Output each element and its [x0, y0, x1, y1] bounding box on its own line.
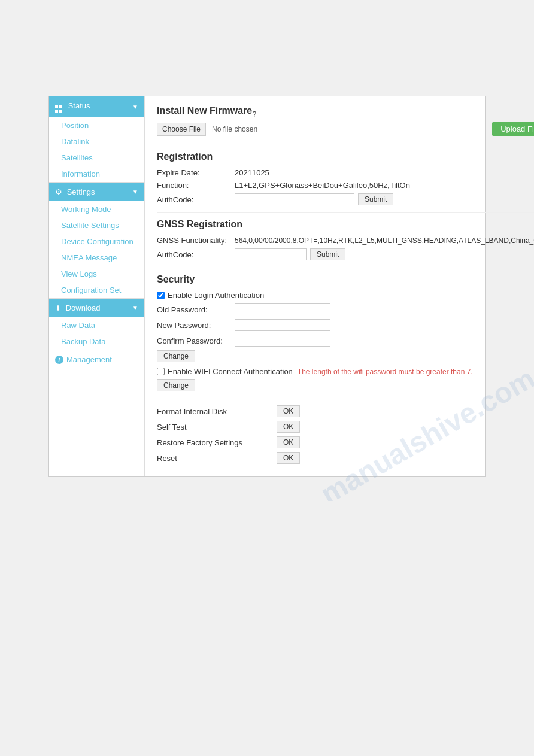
- divider-4: [157, 399, 534, 399]
- reset-button[interactable]: OK: [277, 452, 300, 464]
- gnss-functionality-label: GNSS Functionality:: [157, 236, 235, 245]
- confirm-password-label: Confirm Password:: [157, 336, 235, 345]
- new-password-label: New Password:: [157, 321, 235, 330]
- maintenance-section: Format Internal Disk OK Self Test OK Res…: [157, 405, 534, 464]
- format-disk-button[interactable]: OK: [277, 405, 300, 417]
- enable-login-row: Enable Login Authentication: [157, 291, 534, 300]
- self-test-button[interactable]: OK: [277, 421, 300, 433]
- sidebar-section-settings: ⚙ Settings ▼ Working Mode Satellite Sett…: [49, 183, 144, 299]
- sidebar-header-download[interactable]: ⬇ Download ▼: [49, 299, 144, 317]
- gnss-registration-section: GNSS Registration GNSS Functionality: 56…: [157, 219, 534, 260]
- confirm-password-input[interactable]: [235, 335, 330, 347]
- sidebar-item-device-configuration[interactable]: Device Configuration: [49, 233, 144, 250]
- download-chevron: ▼: [132, 305, 138, 311]
- function-row: Function: L1+L2,GPS+Glonass+BeiDou+Galil…: [157, 181, 534, 190]
- settings-label: Settings: [67, 187, 95, 196]
- divider-3: [157, 268, 534, 268]
- reset-row: Reset OK: [157, 452, 534, 464]
- download-icon: ⬇: [55, 304, 61, 312]
- self-test-row: Self Test OK: [157, 421, 534, 433]
- function-label: Function:: [157, 181, 235, 190]
- sidebar-item-satellites[interactable]: Satellites: [49, 150, 144, 166]
- status-label: Status: [68, 101, 90, 110]
- sidebar-item-datalink[interactable]: Datalink: [49, 133, 144, 150]
- function-value: L1+L2,GPS+Glonass+BeiDou+Galileo,50Hz,Ti…: [235, 181, 410, 190]
- security-title: Security: [157, 274, 534, 285]
- registration-section: Registration Expire Date: 20211025 Funct…: [157, 151, 534, 205]
- registration-submit-button[interactable]: Submit: [358, 193, 393, 205]
- divider-2: [157, 212, 534, 213]
- self-test-label: Self Test: [157, 423, 277, 432]
- sidebar-item-configuration-set[interactable]: Configuration Set: [49, 282, 144, 298]
- divider-1: [157, 145, 534, 145]
- format-disk-label: Format Internal Disk: [157, 407, 277, 416]
- restore-factory-row: Restore Factory Settings OK: [157, 436, 534, 448]
- wifi-change-button[interactable]: Change: [157, 379, 195, 391]
- security-section: Security Enable Login Authentication Old…: [157, 274, 534, 391]
- old-password-row: Old Password:: [157, 303, 534, 315]
- sidebar-item-raw-data[interactable]: Raw Data: [49, 317, 144, 333]
- gnss-registration-title: GNSS Registration: [157, 219, 534, 230]
- gnss-authcode-label: AuthCode:: [157, 250, 235, 259]
- format-disk-row: Format Internal Disk OK: [157, 405, 534, 417]
- restore-factory-button[interactable]: OK: [277, 436, 300, 448]
- gnss-authcode-row: AuthCode: Submit: [157, 248, 534, 260]
- enable-login-label: Enable Login Authentication: [168, 291, 264, 300]
- old-password-input[interactable]: [235, 303, 330, 315]
- sidebar: Status ▼ Position Datalink Satellites In…: [49, 96, 145, 476]
- sidebar-header-settings[interactable]: ⚙ Settings ▼: [49, 183, 144, 201]
- choose-file-button[interactable]: Choose File: [157, 123, 206, 136]
- enable-wifi-label: Enable WIFI Connect Authentication: [168, 367, 293, 376]
- firmware-title: Install New Firmware: [157, 105, 252, 116]
- sidebar-item-position[interactable]: Position: [49, 117, 144, 133]
- new-password-row: New Password:: [157, 319, 534, 331]
- sidebar-item-view-logs[interactable]: View Logs: [49, 266, 144, 282]
- sidebar-section-download: ⬇ Download ▼ Raw Data Backup Data: [49, 299, 144, 350]
- firmware-help-icon[interactable]: ?: [252, 110, 256, 119]
- expire-date-value: 20211025: [235, 168, 269, 177]
- restore-factory-label: Restore Factory Settings: [157, 438, 277, 447]
- gnss-authcode-input[interactable]: [235, 248, 307, 260]
- sidebar-header-status[interactable]: Status ▼: [49, 96, 144, 117]
- sidebar-section-status: Status ▼ Position Datalink Satellites In…: [49, 96, 144, 183]
- settings-chevron: ▼: [132, 189, 138, 195]
- authcode-row: AuthCode: Submit: [157, 193, 534, 205]
- sidebar-item-working-mode[interactable]: Working Mode: [49, 201, 144, 217]
- sidebar-item-nmea-message[interactable]: NMEA Message: [49, 250, 144, 266]
- authcode-input[interactable]: [235, 193, 354, 205]
- info-circle-icon: i: [55, 356, 63, 364]
- grid-icon: [55, 105, 62, 113]
- authcode-label: AuthCode:: [157, 195, 235, 204]
- security-change-button[interactable]: Change: [157, 350, 195, 362]
- main-container: Status ▼ Position Datalink Satellites In…: [48, 96, 486, 477]
- registration-title: Registration: [157, 151, 534, 162]
- enable-wifi-row: Enable WIFI Connect Authentication The l…: [157, 367, 534, 376]
- sidebar-item-information[interactable]: Information: [49, 166, 144, 182]
- status-chevron: ▼: [132, 104, 138, 110]
- firmware-section: Install New Firmware ?: [157, 105, 534, 122]
- wifi-warning-text: The length of the wifi password must be …: [298, 368, 473, 376]
- confirm-password-row: Confirm Password:: [157, 335, 534, 347]
- gnss-functionality-value: 564,0,00/00/2000,8,OPT=,10Hz,RTK,L2_L5,M…: [235, 236, 534, 245]
- sidebar-item-satellite-settings[interactable]: Satellite Settings: [49, 217, 144, 233]
- enable-wifi-checkbox[interactable]: [157, 368, 165, 375]
- gnss-submit-button[interactable]: Submit: [310, 248, 345, 260]
- download-label: Download: [66, 303, 101, 312]
- no-file-text: No file chosen: [212, 125, 257, 133]
- main-content: Install New Firmware ? Choose File No fi…: [145, 96, 534, 476]
- expire-date-row: Expire Date: 20211025: [157, 168, 534, 177]
- sidebar-item-management[interactable]: i Management: [49, 350, 144, 369]
- firmware-row: Choose File No file chosen Upload File: [157, 122, 534, 136]
- enable-login-checkbox[interactable]: [157, 292, 165, 299]
- gnss-functionality-row: GNSS Functionality: 564,0,00/00/2000,8,O…: [157, 236, 534, 245]
- management-label: Management: [66, 355, 112, 364]
- new-password-input[interactable]: [235, 319, 330, 331]
- upload-file-button[interactable]: Upload File: [492, 122, 534, 136]
- old-password-label: Old Password:: [157, 305, 235, 314]
- gear-icon: ⚙: [55, 187, 62, 196]
- expire-date-label: Expire Date:: [157, 168, 235, 177]
- reset-label: Reset: [157, 454, 277, 463]
- sidebar-item-backup-data[interactable]: Backup Data: [49, 333, 144, 350]
